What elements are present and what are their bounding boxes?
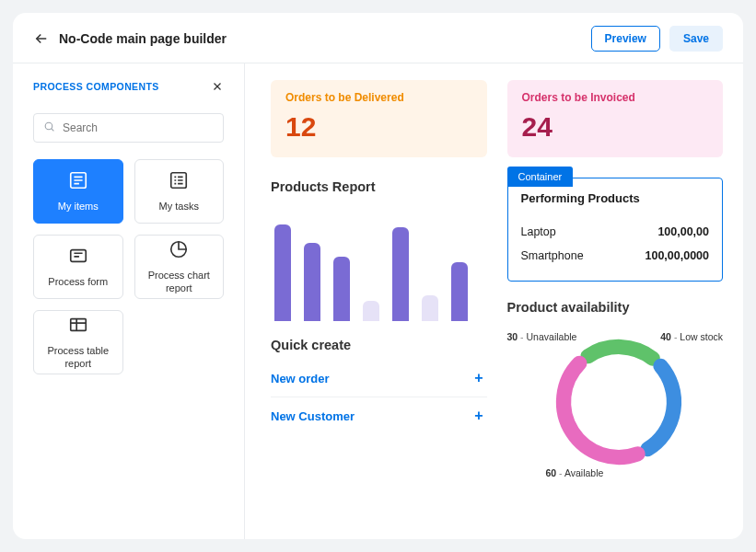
bar xyxy=(422,295,438,321)
save-button[interactable]: Save xyxy=(669,26,723,52)
product-name: Smartphone xyxy=(521,249,584,262)
quick-create-item[interactable]: New Customer+ xyxy=(271,397,487,434)
form-icon xyxy=(68,246,88,269)
plus-icon: + xyxy=(474,408,483,423)
bar xyxy=(451,262,468,321)
table-icon xyxy=(68,315,88,338)
products-report: Products Report Quick create New order+N… xyxy=(271,170,487,488)
bar xyxy=(333,257,350,321)
quick-create-item[interactable]: New order+ xyxy=(271,360,487,397)
plus-icon: + xyxy=(474,371,483,385)
stat-value: 24 xyxy=(522,111,709,143)
search-icon xyxy=(43,121,55,135)
component-items[interactable]: My items xyxy=(33,159,123,224)
stat-title: Orders to be Invoiced xyxy=(522,91,709,104)
search-field[interactable] xyxy=(63,121,214,134)
svg-point-0 xyxy=(45,122,52,130)
search-input[interactable] xyxy=(33,113,224,143)
bar-chart xyxy=(271,201,487,321)
sidebar-heading: PROCESS COMPONENTS xyxy=(33,81,159,92)
quick-create-label: New Customer xyxy=(271,409,355,423)
product-value: 100,00,00 xyxy=(657,225,709,238)
container-title: Performing Products xyxy=(521,191,710,205)
preview-button[interactable]: Preview xyxy=(591,26,660,52)
bar xyxy=(392,227,409,321)
donut-segment xyxy=(564,363,638,457)
component-label: My items xyxy=(58,201,99,213)
component-tasks[interactable]: My tasks xyxy=(134,159,225,224)
sidebar: PROCESS COMPONENTS My itemsMy tasksProce… xyxy=(13,63,245,539)
component-label: Process table report xyxy=(40,345,117,369)
section-heading: Product availability xyxy=(507,300,724,315)
table-row: Smartphone100,00,0000 xyxy=(521,244,710,268)
product-name: Laptop xyxy=(521,225,556,238)
section-heading: Quick create xyxy=(271,338,487,352)
product-value: 100,00,0000 xyxy=(645,249,709,262)
donut-segment xyxy=(587,347,652,359)
bar xyxy=(274,224,291,321)
table-row: Laptop100,00,00 xyxy=(521,220,710,244)
close-icon[interactable] xyxy=(211,80,224,93)
donut-chart xyxy=(550,333,688,471)
component-table[interactable]: Process table report xyxy=(33,310,123,374)
header: No-Code main page builder Preview Save xyxy=(13,13,743,63)
legend-lowstock: 40 - Low stock xyxy=(660,331,723,342)
bar xyxy=(304,243,320,321)
component-label: Process form xyxy=(48,276,108,288)
performing-products-container[interactable]: Container Performing Products Laptop100,… xyxy=(507,178,724,282)
tasks-icon xyxy=(169,170,189,193)
component-label: My tasks xyxy=(159,201,199,213)
legend-unavailable: 30 - Unavailable xyxy=(507,331,577,342)
back-icon[interactable] xyxy=(33,30,50,47)
canvas: Orders to be Delivered 12 Orders to be I… xyxy=(245,63,743,539)
svg-rect-3 xyxy=(71,249,87,261)
component-chart[interactable]: Process chart report xyxy=(134,235,225,299)
section-heading: Products Report xyxy=(271,179,487,194)
page-title: No-Code main page builder xyxy=(59,31,227,46)
component-form[interactable]: Process form xyxy=(33,235,123,299)
svg-rect-5 xyxy=(71,319,87,331)
stat-invoiced[interactable]: Orders to be Invoiced 24 xyxy=(507,80,724,157)
stat-delivered[interactable]: Orders to be Delivered 12 xyxy=(271,80,487,157)
items-icon xyxy=(68,170,88,193)
donut-segment xyxy=(647,366,674,449)
container-badge: Container xyxy=(507,167,574,187)
product-availability: Product availability 30 - Unavailable 40… xyxy=(507,300,724,488)
legend-available: 60 - Available xyxy=(546,467,604,478)
quick-create-label: New order xyxy=(271,372,330,385)
chart-icon xyxy=(169,239,189,262)
bar xyxy=(363,301,379,321)
stat-value: 12 xyxy=(285,111,472,143)
stat-title: Orders to be Delivered xyxy=(285,91,472,104)
component-label: Process chart report xyxy=(141,270,218,293)
